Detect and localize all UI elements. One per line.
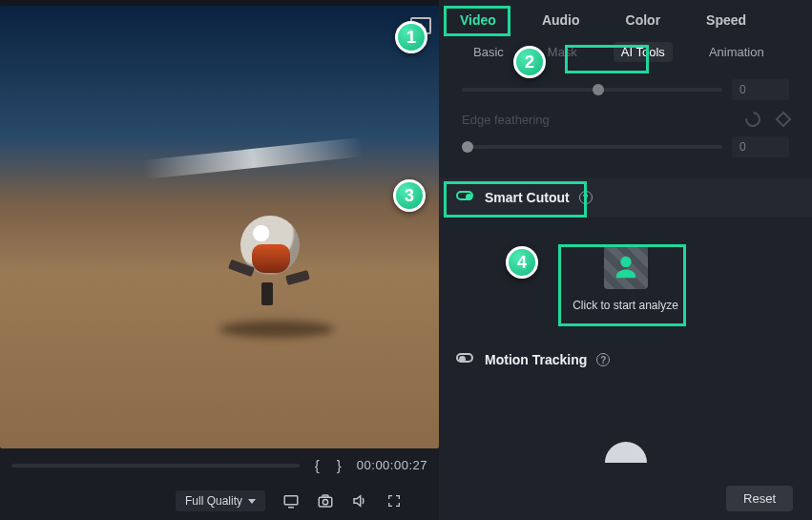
svg-rect-4 bbox=[323, 495, 328, 497]
svg-point-3 bbox=[323, 500, 327, 505]
svg-rect-0 bbox=[284, 496, 298, 505]
motion-tracking-title: Motion Tracking bbox=[485, 352, 587, 367]
quality-dropdown[interactable]: Full Quality bbox=[176, 490, 265, 511]
tab-speed[interactable]: Speed bbox=[702, 10, 750, 31]
fullscreen-icon[interactable] bbox=[385, 492, 403, 510]
chevron-down-icon bbox=[248, 499, 256, 504]
mark-in-button[interactable]: { bbox=[315, 457, 320, 473]
subtab-ai-tools[interactable]: AI Tools bbox=[614, 42, 673, 62]
volume-icon[interactable] bbox=[351, 492, 368, 510]
motion-tracking-header[interactable]: Motion Tracking ? bbox=[439, 341, 812, 379]
smart-cutout-toggle[interactable] bbox=[456, 191, 475, 204]
video-preview[interactable] bbox=[0, 6, 439, 448]
subtab-mask[interactable]: Mask bbox=[540, 42, 585, 62]
edge-feathering-label: Edge feathering bbox=[462, 113, 550, 127]
help-icon[interactable]: ? bbox=[579, 191, 593, 204]
motion-tracking-area bbox=[439, 379, 812, 465]
callout-1: 1 bbox=[395, 21, 427, 53]
reset-button[interactable]: Reset bbox=[726, 486, 793, 511]
subtab-basic[interactable]: Basic bbox=[466, 42, 511, 62]
person-icon bbox=[612, 253, 640, 281]
smart-cutout-header[interactable]: Smart Cutout ? bbox=[439, 178, 812, 217]
keyframe-icon[interactable] bbox=[776, 112, 792, 128]
motion-tracking-toggle[interactable] bbox=[456, 353, 475, 366]
callout-2: 2 bbox=[513, 46, 546, 78]
analyze-label: Click to start analyze bbox=[573, 299, 678, 312]
mark-out-button[interactable]: } bbox=[337, 457, 342, 473]
quality-label: Full Quality bbox=[185, 494, 242, 508]
timecode-display: 00:00:00:27 bbox=[357, 458, 427, 472]
smart-cutout-title: Smart Cutout bbox=[485, 190, 570, 205]
callout-3: 3 bbox=[393, 179, 426, 212]
edge-feathering-slider[interactable] bbox=[462, 145, 722, 149]
tab-video[interactable]: Video bbox=[456, 10, 500, 31]
edge-feathering-value[interactable]: 0 bbox=[732, 136, 789, 157]
tab-color[interactable]: Color bbox=[622, 10, 665, 31]
tab-audio[interactable]: Audio bbox=[538, 10, 584, 31]
tracking-placeholder-icon bbox=[605, 442, 647, 463]
svg-rect-2 bbox=[319, 497, 332, 507]
timeline-scrubber[interactable] bbox=[11, 464, 300, 468]
help-icon[interactable]: ? bbox=[596, 353, 610, 366]
subtab-animation[interactable]: Animation bbox=[701, 42, 772, 62]
camera-icon[interactable] bbox=[317, 492, 334, 510]
reset-icon[interactable] bbox=[742, 109, 764, 131]
callout-4: 4 bbox=[506, 246, 538, 279]
upper-slider[interactable] bbox=[462, 88, 722, 92]
upper-slider-value[interactable]: 0 bbox=[732, 79, 789, 100]
start-analyze-button[interactable] bbox=[604, 245, 648, 289]
display-icon[interactable] bbox=[282, 492, 300, 510]
